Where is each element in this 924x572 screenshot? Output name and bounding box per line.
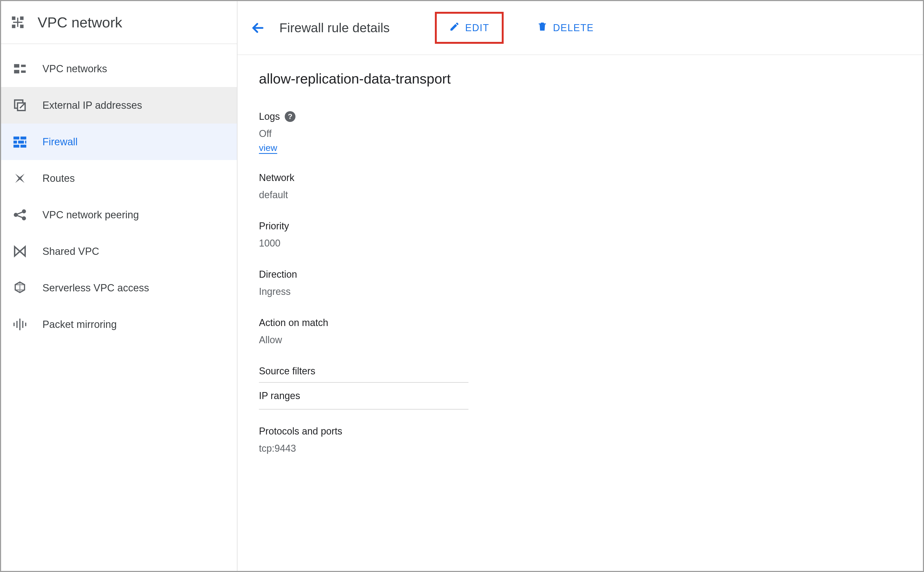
vpc-networks-icon bbox=[13, 62, 27, 76]
svg-rect-13 bbox=[18, 141, 24, 144]
edit-button[interactable]: EDIT bbox=[439, 16, 499, 40]
field-direction: Direction Ingress bbox=[259, 269, 901, 299]
rule-name: allow-replication-data-transport bbox=[259, 71, 901, 87]
logs-value: Off bbox=[259, 126, 901, 141]
sidebar-item-packet-mirroring[interactable]: Packet mirroring bbox=[1, 306, 237, 343]
delete-label: DELETE bbox=[553, 22, 594, 34]
direction-label: Direction bbox=[259, 269, 901, 280]
logs-label: Logs bbox=[259, 111, 280, 122]
svg-rect-23 bbox=[13, 323, 14, 326]
packet-mirroring-icon bbox=[13, 317, 27, 331]
sidebar-nav: VPC networks External IP addresses Firew… bbox=[1, 44, 237, 343]
source-filters-heading: Source filters bbox=[259, 365, 468, 383]
ip-ranges-row: IP ranges bbox=[259, 383, 468, 410]
network-label: Network bbox=[259, 172, 901, 183]
priority-label: Priority bbox=[259, 221, 901, 232]
direction-value: Ingress bbox=[259, 284, 901, 299]
action-value: Allow bbox=[259, 333, 901, 347]
sidebar-item-routes[interactable]: Routes bbox=[1, 160, 237, 197]
field-protocols: Protocols and ports tcp:9443 bbox=[259, 426, 901, 456]
svg-rect-0 bbox=[12, 16, 15, 20]
sidebar-item-serverless[interactable]: Serverless VPC access bbox=[1, 270, 237, 306]
sidebar-item-shared-vpc[interactable]: Shared VPC bbox=[1, 233, 237, 270]
svg-rect-15 bbox=[13, 145, 19, 148]
protocols-label: Protocols and ports bbox=[259, 426, 901, 437]
sidebar-item-peering[interactable]: VPC network peering bbox=[1, 197, 237, 233]
routes-icon bbox=[13, 171, 27, 185]
field-network: Network default bbox=[259, 172, 901, 202]
priority-value: 1000 bbox=[259, 236, 901, 250]
svg-rect-14 bbox=[25, 141, 26, 144]
sidebar-item-label: Serverless VPC access bbox=[42, 282, 149, 294]
svg-rect-1 bbox=[20, 16, 23, 20]
main-content: Firewall rule details EDIT DELETE bbox=[238, 1, 923, 571]
page-title: Firewall rule details bbox=[279, 20, 390, 35]
svg-rect-2 bbox=[12, 25, 15, 28]
content: allow-replication-data-transport Logs ? … bbox=[238, 55, 923, 490]
vpc-network-icon bbox=[11, 15, 25, 29]
sidebar-item-label: VPC networks bbox=[42, 63, 107, 75]
svg-rect-10 bbox=[13, 137, 19, 140]
sidebar-item-label: External IP addresses bbox=[42, 99, 142, 111]
delete-button[interactable]: DELETE bbox=[527, 16, 604, 40]
svg-rect-24 bbox=[25, 323, 26, 326]
serverless-icon bbox=[13, 281, 27, 295]
external-ip-icon bbox=[13, 98, 27, 112]
action-label: Action on match bbox=[259, 317, 901, 328]
sidebar-item-vpc-networks[interactable]: VPC networks bbox=[1, 50, 237, 87]
trash-icon bbox=[537, 21, 548, 34]
svg-rect-8 bbox=[14, 70, 19, 73]
firewall-icon bbox=[13, 135, 27, 149]
protocols-value: tcp:9443 bbox=[259, 441, 901, 456]
edit-highlight: EDIT bbox=[435, 12, 504, 44]
sidebar-item-label: Firewall bbox=[42, 136, 78, 148]
svg-rect-11 bbox=[20, 137, 26, 140]
field-logs: Logs ? Off view bbox=[259, 111, 901, 154]
svg-rect-20 bbox=[19, 319, 20, 330]
svg-rect-7 bbox=[21, 65, 25, 67]
logs-view-link[interactable]: view bbox=[259, 143, 277, 154]
svg-rect-22 bbox=[22, 321, 23, 328]
svg-rect-5 bbox=[17, 18, 18, 27]
network-value: default bbox=[259, 188, 901, 202]
sidebar-item-label: Routes bbox=[42, 173, 75, 184]
field-source-filters: Source filters IP ranges bbox=[259, 365, 901, 410]
help-icon[interactable]: ? bbox=[285, 111, 296, 122]
svg-rect-12 bbox=[13, 141, 17, 144]
sidebar-header: VPC network bbox=[1, 1, 237, 44]
main-header: Firewall rule details EDIT DELETE bbox=[238, 1, 923, 55]
sidebar-item-label: Shared VPC bbox=[42, 246, 99, 257]
svg-rect-16 bbox=[20, 145, 26, 148]
edit-label: EDIT bbox=[465, 22, 489, 34]
svg-rect-6 bbox=[14, 64, 19, 68]
sidebar-title: VPC network bbox=[37, 14, 122, 31]
back-button[interactable] bbox=[249, 19, 266, 37]
sidebar-item-firewall[interactable]: Firewall bbox=[1, 124, 237, 160]
pencil-icon bbox=[449, 21, 460, 34]
svg-rect-3 bbox=[20, 25, 23, 28]
svg-rect-9 bbox=[21, 71, 25, 73]
sidebar: VPC network VPC networks External IP add… bbox=[1, 1, 238, 571]
field-priority: Priority 1000 bbox=[259, 221, 901, 250]
sidebar-item-label: Packet mirroring bbox=[42, 319, 117, 330]
sidebar-item-label: VPC network peering bbox=[42, 209, 139, 221]
field-action: Action on match Allow bbox=[259, 317, 901, 347]
shared-vpc-icon bbox=[13, 244, 27, 258]
peering-icon bbox=[13, 208, 27, 222]
svg-rect-21 bbox=[16, 321, 17, 328]
sidebar-item-external-ip[interactable]: External IP addresses bbox=[1, 87, 237, 124]
